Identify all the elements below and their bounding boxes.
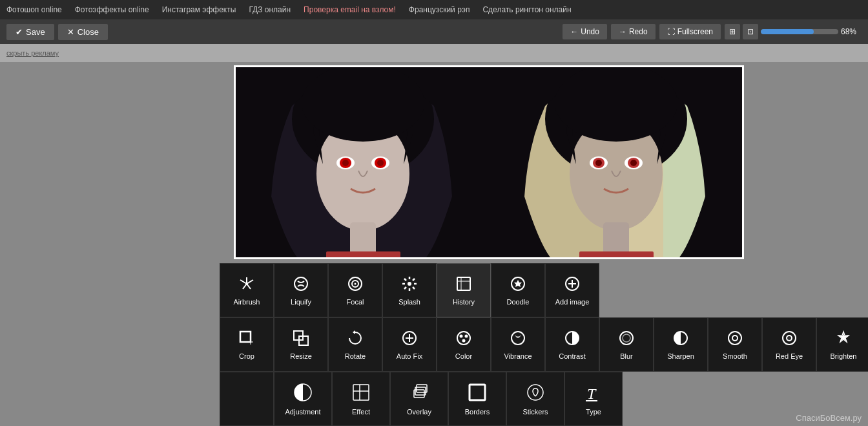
tool-rotate[interactable]: Rotate [328, 317, 382, 372]
tool-overlay[interactable]: Overlay [390, 372, 448, 426]
nav-rap[interactable]: Французский рэп [409, 5, 470, 14]
contrast-label: Contrast [559, 352, 586, 360]
edited-image [489, 67, 742, 259]
svg-point-5 [342, 160, 349, 166]
svg-line-44 [404, 287, 406, 289]
redo-button[interactable]: → Redo [611, 24, 656, 39]
vibrance-icon [509, 329, 527, 350]
tool-effect[interactable]: Effect [332, 372, 390, 426]
tool-history[interactable]: History [437, 263, 491, 317]
liquify-icon [292, 275, 310, 295]
svg-point-71 [732, 335, 738, 341]
tool-borders[interactable]: Borders [448, 372, 506, 426]
tool-redeye[interactable]: Red Eye [762, 317, 816, 372]
tool-addimage[interactable]: Add image [545, 263, 599, 317]
splash-icon [400, 275, 418, 295]
tool-blur[interactable]: Blur [599, 317, 654, 372]
svg-rect-81 [353, 385, 369, 400]
left-sidebar [0, 62, 110, 426]
adjustment-icon [293, 382, 313, 405]
save-button[interactable]: ✔ Save [6, 24, 54, 40]
nav-photoeffects[interactable]: Фотоэффекты online [75, 5, 149, 14]
splash-label: Splash [398, 298, 420, 306]
save-label: Save [26, 27, 45, 37]
tool-airbrush[interactable]: Airbrush [220, 263, 274, 317]
tool-stickers[interactable]: Stickers [506, 372, 564, 426]
overlay-label: Overlay [407, 408, 431, 416]
svg-point-36 [408, 282, 411, 286]
top-navigation: Фотошоп online Фотоэффекты online Инстаг… [0, 0, 868, 19]
zoom-slider[interactable] [761, 29, 838, 34]
nav-ringtone[interactable]: Сделать рингтон онлайн [482, 5, 571, 14]
redeye-label: Red Eye [776, 352, 803, 360]
svg-point-64 [462, 339, 466, 343]
svg-rect-90 [586, 400, 597, 401]
doodle-icon [509, 275, 527, 295]
sharpen-icon [672, 329, 690, 350]
crop-label: Crop [239, 352, 254, 360]
tool-autofix[interactable]: Auto Fix [382, 317, 437, 372]
tool-splash[interactable]: Splash [382, 263, 437, 317]
svg-line-42 [413, 287, 415, 289]
crop-icon [238, 329, 256, 350]
zoom-actual-button[interactable]: ⊡ [743, 24, 758, 39]
close-button[interactable]: ✕ Close [58, 24, 108, 40]
tool-brighten[interactable]: Brighten [816, 317, 868, 372]
fullscreen-button[interactable]: ⛶ Fullscreen [659, 24, 721, 39]
main-toolbar: ✔ Save ✕ Close ← Undo → Redo ⛶ Fullscree… [0, 19, 868, 44]
tool-type[interactable]: T Type [564, 372, 623, 426]
tool-contrast[interactable]: Contrast [545, 317, 599, 372]
svg-line-30 [243, 284, 247, 289]
svg-line-41 [404, 279, 406, 281]
tool-vibrance[interactable]: Vibrance [491, 317, 545, 372]
liquify-label: Liquify [291, 298, 311, 306]
airbrush-icon [238, 275, 256, 295]
svg-point-10 [302, 67, 424, 142]
tool-resize[interactable]: Resize [274, 317, 328, 372]
checkmark-icon: ✔ [16, 27, 23, 37]
nav-photoshop[interactable]: Фотошоп online [6, 5, 62, 14]
tool-color[interactable]: Color [437, 317, 491, 372]
svg-point-8 [377, 160, 384, 166]
resize-icon [292, 329, 310, 350]
tool-sharpen[interactable]: Sharpen [654, 317, 708, 372]
undo-button[interactable]: ← Undo [563, 24, 607, 39]
zoom-controls: ⊞ ⊡ 68% [725, 24, 862, 39]
tool-smooth[interactable]: Smooth [708, 317, 762, 372]
tool-liquify[interactable]: Liquify [274, 263, 328, 317]
svg-point-88 [528, 385, 543, 400]
tool-crop[interactable]: Crop [220, 317, 274, 372]
sharpen-label: Sharpen [667, 352, 694, 360]
tool-adjustment[interactable]: Adjustment [274, 372, 332, 426]
svg-point-74 [787, 336, 791, 340]
canvas-area: Airbrush Liquify Focal [110, 62, 868, 426]
svg-point-24 [555, 67, 677, 142]
nav-email[interactable]: Проверка email на взлом! [304, 5, 396, 14]
tools-panel: Airbrush Liquify Focal [220, 263, 868, 426]
svg-point-61 [457, 332, 470, 345]
redo-icon: → [619, 27, 626, 36]
hide-ad-link[interactable]: скрыть рекламу [6, 49, 59, 57]
rotate-label: Rotate [345, 352, 366, 360]
type-icon: T [583, 382, 604, 405]
effect-label: Effect [352, 408, 370, 416]
doodle-label: Doodle [507, 298, 530, 306]
nav-instagram[interactable]: Инстаграм эффекты [162, 5, 236, 14]
borders-icon [467, 382, 488, 405]
nav-gdz[interactable]: ГДЗ онлайн [249, 5, 291, 14]
svg-point-63 [465, 335, 468, 338]
brighten-icon [834, 329, 852, 350]
zoom-fit-button[interactable]: ⊞ [725, 24, 740, 39]
tool-focal[interactable]: Focal [328, 263, 382, 317]
svg-rect-25 [579, 251, 654, 259]
stickers-icon [525, 382, 546, 405]
tools-row-1: Airbrush Liquify Focal [220, 263, 868, 317]
svg-point-70 [728, 332, 741, 345]
history-label: History [453, 298, 475, 306]
fullscreen-icon: ⛶ [667, 27, 675, 36]
blur-icon [617, 329, 636, 350]
svg-point-62 [460, 335, 463, 338]
undo-label: Undo [581, 27, 599, 36]
svg-point-68 [623, 334, 630, 342]
tool-doodle[interactable]: Doodle [491, 263, 545, 317]
